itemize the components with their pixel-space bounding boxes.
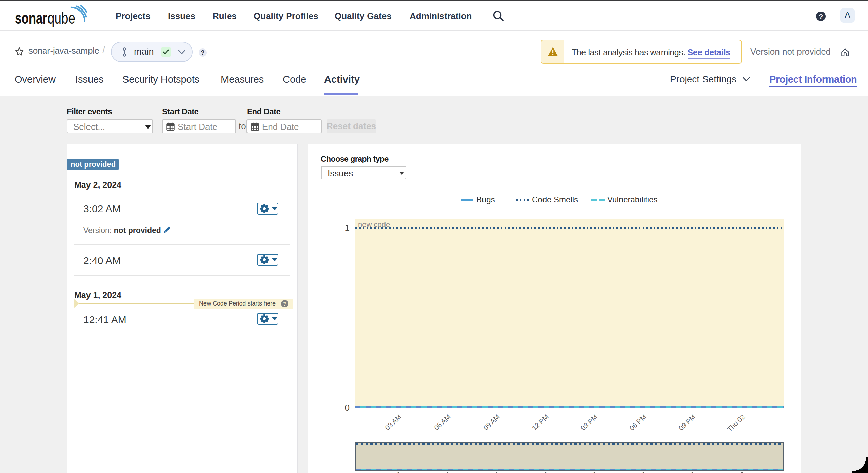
svg-text:sonar: sonar [15,9,47,27]
svg-text:qube: qube [47,9,75,27]
